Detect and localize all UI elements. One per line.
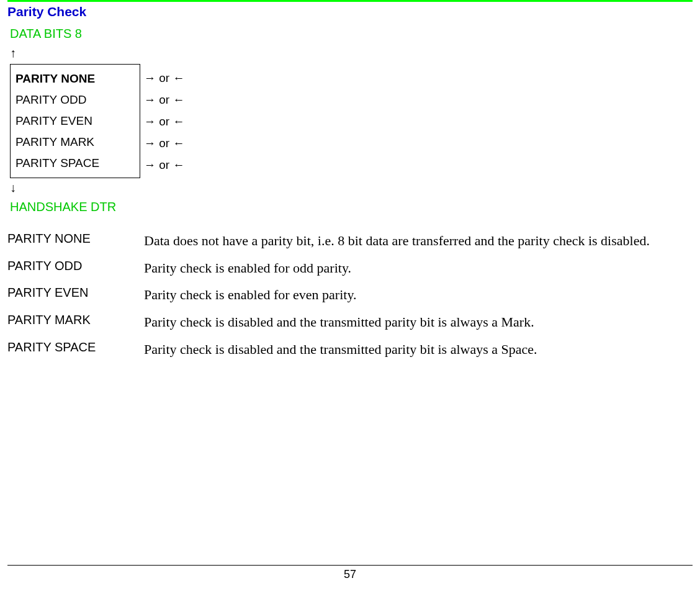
- definitions-list: PARITY NONE Data does not have a parity …: [7, 232, 693, 358]
- menu-options-box: PARITY NONE PARITY ODD PARITY EVEN PARIT…: [10, 64, 140, 178]
- nav-prev-label: DATA BITS 8: [10, 27, 693, 41]
- definition-row: PARITY EVEN Parity check is enabled for …: [7, 286, 693, 304]
- definition-term: PARITY NONE: [7, 232, 144, 246]
- side-arrow-hints: → or ← → or ← → or ← → or ← → or ←: [144, 64, 184, 176]
- side-hint: → or ←: [144, 68, 184, 89]
- side-hint: → or ←: [144, 155, 184, 176]
- definition-term: PARITY ODD: [7, 259, 144, 273]
- footer-divider: [7, 565, 693, 566]
- nav-down-arrow: ↓: [10, 181, 693, 195]
- menu-navigation: DATA BITS 8 ↑ PARITY NONE PARITY ODD PAR…: [10, 27, 693, 214]
- menu-item-parity-none[interactable]: PARITY NONE: [16, 68, 133, 89]
- definition-row: PARITY MARK Parity check is disabled and…: [7, 313, 693, 332]
- definition-description: Parity check is disabled and the transmi…: [144, 340, 693, 359]
- menu-item-parity-mark[interactable]: PARITY MARK: [16, 132, 133, 153]
- page-number: 57: [7, 568, 693, 581]
- top-divider: [7, 0, 693, 2]
- side-hint: → or ←: [144, 133, 184, 155]
- menu-item-parity-even[interactable]: PARITY EVEN: [16, 111, 133, 132]
- menu-item-parity-odd[interactable]: PARITY ODD: [16, 89, 133, 111]
- menu-item-parity-space[interactable]: PARITY SPACE: [16, 153, 133, 174]
- definition-row: PARITY ODD Parity check is enabled for o…: [7, 259, 693, 277]
- definition-description: Parity check is disabled and the transmi…: [144, 313, 693, 332]
- definition-term: PARITY EVEN: [7, 286, 144, 300]
- page-footer: 57: [7, 565, 693, 581]
- definition-row: PARITY NONE Data does not have a parity …: [7, 232, 693, 250]
- section-title: Parity Check: [7, 4, 693, 19]
- definition-row: PARITY SPACE Parity check is disabled an…: [7, 340, 693, 359]
- definition-term: PARITY SPACE: [7, 340, 144, 354]
- definition-description: Data does not have a parity bit, i.e. 8 …: [144, 232, 693, 250]
- nav-up-arrow: ↑: [10, 46, 693, 60]
- side-hint: → or ←: [144, 89, 184, 111]
- definition-term: PARITY MARK: [7, 313, 144, 327]
- side-hint: → or ←: [144, 111, 184, 133]
- definition-description: Parity check is enabled for even parity.: [144, 286, 693, 304]
- nav-next-label: HANDSHAKE DTR: [10, 200, 693, 214]
- definition-description: Parity check is enabled for odd parity.: [144, 259, 693, 277]
